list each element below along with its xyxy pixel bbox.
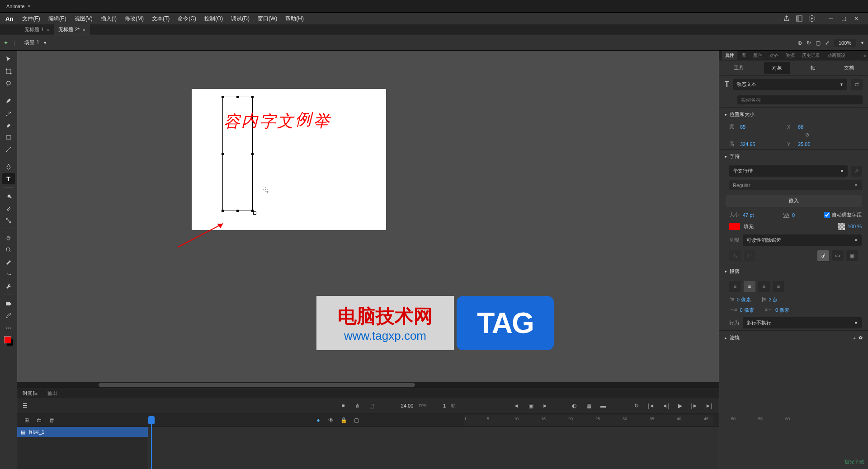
close-tab-icon[interactable]: ✕ [27, 4, 31, 9]
embed-button[interactable]: 嵌入 [726, 195, 862, 207]
close-button[interactable]: ✕ [851, 14, 862, 23]
app-tab[interactable]: Animate ✕ [3, 2, 34, 10]
fill-swatch[interactable] [4, 336, 11, 343]
play-icon[interactable] [808, 15, 816, 22]
next-frame[interactable]: |► [690, 401, 699, 410]
asset-warp-tool[interactable] [2, 268, 15, 280]
doc-tab-2[interactable]: 无标题-2*× [54, 24, 90, 35]
pencil-tool[interactable] [2, 107, 15, 118]
menu-debug[interactable]: 调试(D) [227, 14, 253, 24]
panel-tab-lib[interactable]: 库 [738, 51, 749, 60]
stage-hscroll[interactable] [17, 382, 719, 388]
fps-value[interactable]: 24.00 [401, 403, 414, 408]
layer-row[interactable]: ▤ 图层_1 [17, 427, 148, 437]
close-icon[interactable]: × [82, 27, 85, 33]
zoom-tool[interactable] [2, 244, 15, 255]
align-right[interactable]: ≡ [758, 281, 770, 292]
align-justify[interactable]: ≡ [773, 281, 784, 292]
subtab-tool[interactable]: 工具 [726, 62, 752, 74]
handle-tr[interactable] [251, 96, 254, 98]
width-tool[interactable] [2, 256, 15, 267]
outline-toggle[interactable]: ▢ [352, 416, 360, 424]
font-link-icon[interactable]: ↗ [851, 166, 862, 177]
insert-keyframe[interactable]: ▣ [526, 401, 535, 410]
section-paragraph[interactable]: ▾段落 [719, 264, 868, 278]
line-tool[interactable] [2, 144, 15, 155]
edit-multiple[interactable]: ▦ [584, 401, 593, 410]
border-button[interactable]: ▣ [846, 250, 858, 261]
section-filters[interactable]: ▸滤镜 + ✿ [719, 330, 868, 345]
pen-tool[interactable] [2, 161, 15, 172]
layers-icon[interactable]: ☰ [23, 403, 28, 409]
marker-icon[interactable]: ▬ [599, 401, 608, 410]
font-style-select[interactable]: Regular▼ [729, 180, 862, 190]
menu-file[interactable]: 文件(F) [19, 14, 43, 24]
highlight-toggle[interactable]: ● [314, 416, 322, 424]
eraser-tool[interactable] [2, 119, 15, 131]
subtab-object[interactable]: 对象 [764, 62, 790, 74]
menu-control[interactable]: 控制(O) [201, 14, 226, 24]
margin-right-value[interactable]: 0 像素 [775, 307, 789, 314]
color-swatches[interactable] [4, 336, 13, 345]
delete-layer[interactable]: 🗑 [48, 416, 56, 424]
panel-menu-icon[interactable]: ≡ [863, 53, 866, 58]
filter-options-icon[interactable]: ✿ [859, 335, 863, 341]
chevron-down-icon[interactable]: ▼ [860, 41, 864, 45]
subscript-button[interactable]: T₁ [729, 250, 741, 261]
wrench-tool[interactable] [2, 281, 15, 292]
y-value[interactable]: 25.05 [798, 141, 830, 147]
current-frame[interactable]: 1 [443, 403, 446, 408]
fill-color-swatch[interactable] [729, 223, 740, 230]
selectable-button[interactable]: aⁱ [817, 250, 829, 261]
add-filter-icon[interactable]: + [853, 335, 856, 341]
handle-bl[interactable] [222, 210, 224, 212]
paint-bucket-tool[interactable] [2, 190, 15, 202]
height-value[interactable]: 324.95 [740, 141, 772, 147]
panel-tab-history[interactable]: 历史记录 [799, 51, 823, 60]
handle-ml[interactable] [222, 153, 224, 155]
section-character[interactable]: ▾字符 [719, 149, 868, 164]
menu-command[interactable]: 命令(C) [174, 14, 200, 24]
align-center[interactable]: ≡ [744, 281, 755, 292]
panel-tab-props[interactable]: 属性 [722, 51, 737, 60]
onion-skin[interactable]: ⬚ [368, 401, 377, 410]
menu-help[interactable]: 帮助(H) [282, 14, 307, 24]
linespace-value[interactable]: 2 点 [769, 296, 778, 303]
play-button[interactable]: ▶ [675, 401, 684, 410]
menu-view[interactable]: 视图(V) [71, 14, 96, 24]
workspace-icon[interactable] [796, 15, 803, 22]
more-tools[interactable]: ⋯ [2, 322, 15, 333]
kerning-value[interactable]: 0 [792, 212, 795, 218]
minimize-button[interactable]: ─ [826, 14, 836, 23]
panel-tab-assets[interactable]: 资源 [783, 51, 798, 60]
scene-selector[interactable]: 场景 1 ▼ [20, 38, 51, 47]
margin-left-value[interactable]: 0 像素 [740, 307, 754, 314]
fill-opacity[interactable]: 100 % [848, 224, 862, 229]
instance-name-input[interactable] [737, 95, 863, 104]
rotate-icon[interactable]: ↻ [807, 40, 811, 46]
tab-output[interactable]: 输出 [46, 389, 59, 398]
tab-timeline[interactable]: 时间轴 [21, 389, 39, 398]
fit-icon[interactable]: ⤢ [825, 40, 830, 46]
free-transform-tool[interactable] [2, 66, 15, 77]
size-value[interactable]: 47 pt [743, 212, 754, 218]
frame-ruler[interactable]: 1 5 10 15 20 25 30 35 40 45 50 55 60 [464, 415, 713, 426]
menu-window[interactable]: 窗口(W) [254, 14, 281, 24]
scroll-thumb[interactable] [99, 383, 415, 387]
maximize-button[interactable]: ▢ [838, 14, 849, 23]
loop-button[interactable]: ↻ [632, 401, 641, 410]
keyframe-next[interactable]: ► [541, 401, 550, 410]
new-folder[interactable]: 🗀 [35, 416, 43, 424]
handle-mb[interactable] [236, 210, 239, 212]
panel-tab-anim[interactable]: 动画预设 [824, 51, 849, 60]
menu-edit[interactable]: 编辑(E) [45, 14, 70, 24]
width-value[interactable]: 85 [740, 124, 772, 130]
indent-value[interactable]: 0 像素 [737, 296, 751, 303]
visibility-toggle[interactable]: 👁 [327, 416, 335, 424]
render-select[interactable]: 可读性消除锯齿▼ [743, 234, 862, 246]
html-button[interactable]: <> [832, 250, 844, 261]
lock-toggle[interactable]: 🔒 [340, 416, 348, 424]
selection-tool[interactable] [2, 53, 15, 65]
subtab-doc[interactable]: 文档 [836, 62, 862, 74]
playhead[interactable] [148, 416, 155, 469]
